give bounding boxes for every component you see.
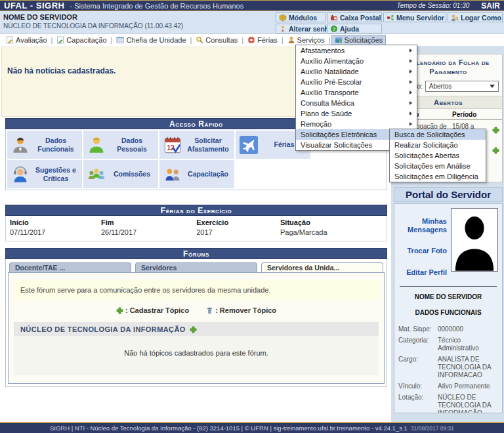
field-label: Vínculo: [398, 382, 435, 390]
logout-button[interactable]: SAIR [481, 1, 500, 10]
submenu-item-realizar-solicitacao[interactable]: Realizar Solicitação [390, 140, 486, 150]
quick-access-capacitacao[interactable]: Capacitação [159, 160, 234, 188]
evaluation-icon [6, 36, 14, 44]
requests-icon [335, 36, 343, 44]
add-event-request-icon[interactable] [492, 127, 499, 134]
user-name: NOME DO SERVIDOR [3, 13, 77, 21]
change-password-icon [279, 25, 287, 33]
help-button[interactable]: ? Ajuda [327, 24, 382, 33]
quick-access-label: Comissões [109, 170, 155, 178]
legend-label: : Cadastrar Tópico [125, 306, 189, 314]
vacation-table-header-row: Início Fim Exercício Situação [6, 216, 387, 228]
help-label: Ajuda [340, 25, 359, 33]
link-editar-perfil[interactable]: Editar Perfil [406, 268, 447, 277]
dropdown-item-label: Plano de Saúde [301, 110, 352, 117]
submenu-item-solicitacoes-abertas[interactable]: Solicitações Abertas [390, 150, 486, 161]
menu-item-chefia-de-unidade[interactable]: Chefia de Unidade [114, 35, 188, 45]
menu-separator [282, 36, 284, 44]
footer-bar: SIGRH | NTI - Núcleo de Tecnologia da In… [0, 422, 504, 433]
portal-top: Minhas Mensagens Trocar Foto Editar Perf… [398, 208, 498, 277]
remove-topic-icon [206, 306, 213, 314]
dropdown-item-label: Auxílio Pré-Escolar [301, 78, 362, 86]
quick-access-solicitar-afastamento[interactable]: 12 Solicitar Afastamento [159, 131, 234, 159]
menu-item-label: Solicitações [345, 36, 383, 44]
menu-item-servicos[interactable]: Serviços [285, 35, 327, 45]
tab-servidores-da-unidade[interactable]: Servidores da Unida... [261, 262, 383, 272]
add-topic-icon [116, 307, 123, 314]
dropdown-item-consulta-medica[interactable]: Consulta Médica [296, 98, 417, 108]
user-bar: NOME DO SERVIDOR NÚCLEO DE TECNOLOGIA DA… [0, 11, 504, 34]
dropdown-item-remocao[interactable]: Remoção [296, 119, 417, 129]
quick-access-comissoes[interactable]: Comissões [83, 160, 158, 188]
menu-item-label: Consultas [205, 36, 238, 44]
menu-item-consultas[interactable]: Consultas [193, 35, 240, 45]
submenu-item-busca-de-solicitacoes[interactable]: Busca de Solicitações [390, 129, 486, 140]
field-cargo: Cargo: ANALISTA DE TECNOLOGIA DA INFORMA… [398, 356, 498, 379]
menu-item-label: Capacitação [66, 36, 106, 44]
menu-item-label: Chefia de Unidade [126, 36, 186, 44]
vacation-table: Início Fim Exercício Situação 07/11/2017… [5, 216, 387, 241]
menu-item-capacitacao[interactable]: Capacitação [54, 35, 109, 45]
footer-timestamp: 31/08/2017 09:31 [411, 425, 454, 432]
vacation-exercise-panel: Férias do Exercício Início Fim Exercício… [5, 205, 387, 241]
menu-servidor-button[interactable]: Menu Servidor [383, 12, 446, 22]
dropdown-item-label: Visualizar Solicitações [301, 141, 372, 149]
quick-access-row: Sugestões e Críticas Comissões Capacitaç… [7, 160, 385, 188]
quick-access-sugestoes-criticas[interactable]: Sugestões e Críticas [7, 160, 82, 188]
quick-access-label: Sugestões e Críticas [33, 166, 79, 182]
field-label: Cargo: [398, 356, 435, 379]
userbar-buttons: Módulos Caixa Postal Menu Servidor Logar… [276, 12, 503, 33]
quick-access-dados-funcionais[interactable]: Dados Funcionais [7, 131, 82, 159]
column-header [490, 109, 502, 120]
period-select[interactable]: Abertos [425, 81, 499, 92]
forum-legend: : Cadastrar Tópico : Remover Tópico [9, 306, 384, 314]
forum-content: Este fórum serve para a comunicação entr… [8, 272, 385, 384]
submenu-item-solicitacoes-em-diligencia[interactable]: Solicitações em Diligência [390, 171, 486, 182]
forum-tabs: Docente/TAE ... Servidores Servidores da… [8, 261, 385, 272]
menu-item-ferias[interactable]: Férias [245, 35, 280, 45]
link-trocar-foto[interactable]: Trocar Foto [407, 247, 447, 255]
search-icon [196, 36, 203, 44]
submenu-arrow-icon [410, 91, 412, 94]
quick-access-label: Dados Pessoais [109, 136, 155, 152]
footer-text: SIGRH | NTI - Núcleo de Tecnologia da In… [50, 424, 408, 432]
user-unit: NÚCLEO DE TECNOLOGIA DA INFORMAÇÃO (11.0… [3, 22, 183, 30]
divider [400, 286, 497, 287]
dropdown-item-afastamentos[interactable]: Afastamentos [296, 45, 417, 56]
field-value: Ativo Permanente [438, 382, 498, 390]
login-as-button[interactable]: Logar Como [448, 12, 503, 22]
tab-docente-tae[interactable]: Docente/TAE ... [9, 262, 131, 272]
add-event-request-icon[interactable] [492, 147, 499, 154]
vacation-icon [247, 36, 255, 44]
submenu-item-label: Solicitações em Diligência [394, 173, 478, 180]
add-topic-button[interactable] [190, 326, 197, 333]
forum-empty-message: Não há tópicos cadastrados para este fór… [14, 336, 379, 375]
modules-button[interactable]: Módulos [276, 12, 326, 22]
mailbox-button[interactable]: Caixa Postal [327, 12, 382, 22]
menu-item-avaliacao[interactable]: Avaliação [3, 35, 50, 45]
forums-panel: Fóruns Docente/TAE ... Servidores Servid… [5, 248, 387, 387]
change-password-button[interactable]: Alterar senha [276, 24, 326, 33]
column-header: Situação [276, 216, 387, 228]
dropdown-item-auxilio-transporte[interactable]: Auxílio Transporte [296, 87, 417, 98]
services-icon [287, 36, 295, 44]
dropdown-item-auxilio-alimentacao[interactable]: Auxílio Alimentação [296, 56, 417, 66]
app-brand: UFAL - SIGRH [4, 1, 64, 10]
quick-access-dados-pessoais[interactable]: Dados Pessoais [83, 131, 158, 159]
tab-servidores[interactable]: Servidores [135, 262, 257, 272]
dropdown-item-label: Auxílio Transporte [301, 89, 359, 96]
dropdown-item-auxilio-pre-escolar[interactable]: Auxílio Pré-Escolar [296, 77, 417, 87]
main-menu-bar: Avaliação Capacitação Chefia de Unidade … [0, 34, 504, 46]
legend-add-topic: : Cadastrar Tópico [116, 306, 189, 314]
cell-inicio: 07/11/2017 [6, 228, 97, 241]
forum-info-note: Este fórum serve para a comunicação entr… [14, 280, 379, 300]
portal-user-name: NOME DO SERVIDOR [398, 293, 498, 300]
suggestions-headset-icon [10, 165, 30, 184]
cell-fim: 26/11/2017 [97, 228, 192, 241]
submenu-item-solicitacoes-em-analise[interactable]: Solicitações em Análise [390, 161, 486, 171]
link-minhas-mensagens[interactable]: Minhas Mensagens [398, 217, 447, 234]
menu-item-solicitacoes[interactable]: Solicitações [332, 35, 386, 45]
dropdown-item-plano-de-saude[interactable]: Plano de Saúde [296, 108, 417, 119]
dropdown-item-label: Solicitações Eletrônicas [301, 131, 377, 138]
dropdown-item-auxilio-natalidade[interactable]: Auxílio Natalidade [296, 66, 417, 77]
